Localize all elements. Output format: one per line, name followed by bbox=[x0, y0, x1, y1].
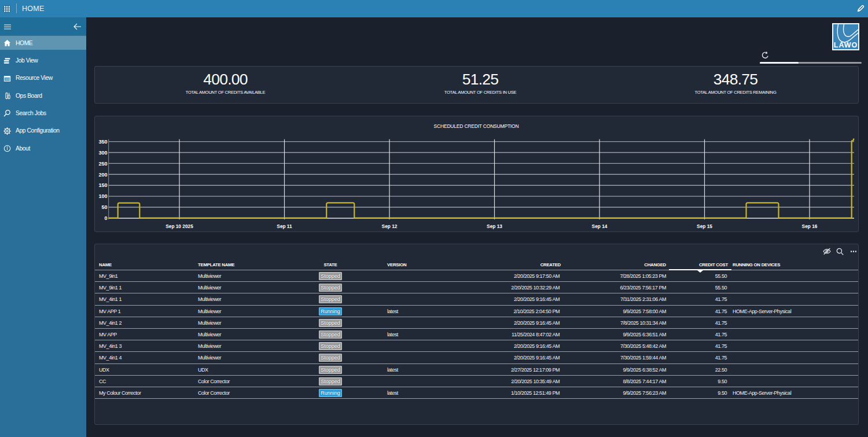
svg-text:Sep 13: Sep 13 bbox=[487, 223, 502, 229]
svg-text:Sep 10 2025: Sep 10 2025 bbox=[165, 223, 193, 229]
svg-text:300: 300 bbox=[98, 150, 107, 156]
svg-text:350: 350 bbox=[98, 139, 107, 145]
svg-text:100: 100 bbox=[98, 193, 107, 199]
svg-text:200: 200 bbox=[98, 172, 107, 178]
svg-text:150: 150 bbox=[98, 182, 107, 188]
svg-text:250: 250 bbox=[98, 161, 107, 167]
svg-text:Sep 14: Sep 14 bbox=[592, 223, 608, 229]
svg-text:Sep 12: Sep 12 bbox=[382, 223, 398, 229]
svg-text:LAWO: LAWO bbox=[834, 41, 858, 49]
svg-text:Sep 15: Sep 15 bbox=[697, 223, 712, 229]
svg-text:Sep 11: Sep 11 bbox=[277, 223, 292, 229]
svg-text:50: 50 bbox=[101, 204, 107, 210]
svg-text:Sep 16: Sep 16 bbox=[802, 223, 818, 229]
svg-text:SCHEDULED CREDIT CONSUMPTION: SCHEDULED CREDIT CONSUMPTION bbox=[434, 123, 519, 129]
svg-text:0: 0 bbox=[104, 215, 107, 221]
